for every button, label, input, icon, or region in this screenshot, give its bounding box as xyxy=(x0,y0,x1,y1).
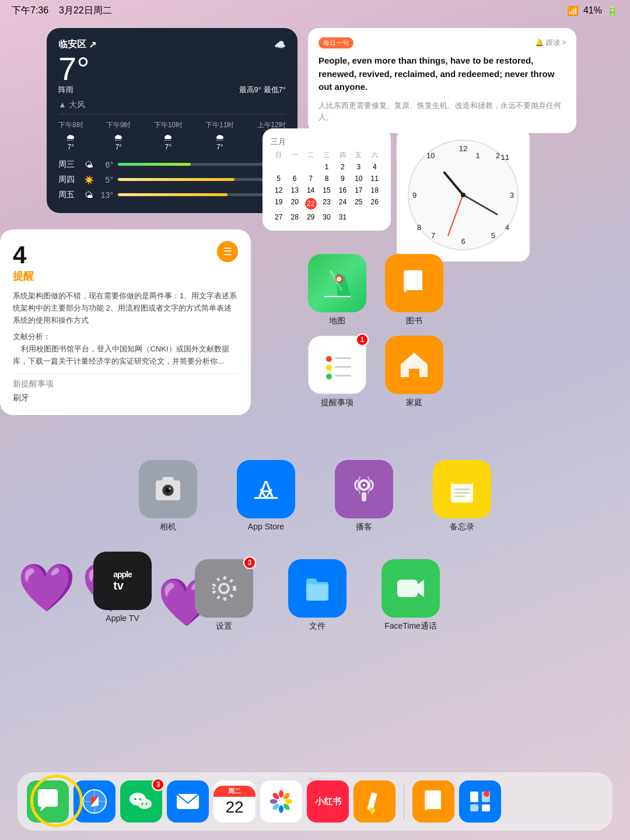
daily-wed: 周三 🌤 6° 16° xyxy=(58,157,286,172)
home-app[interactable]: 家庭 xyxy=(385,336,443,408)
dock-wechat[interactable]: 3 xyxy=(120,780,162,822)
svg-point-12 xyxy=(326,356,332,362)
svg-point-60 xyxy=(270,799,278,804)
clock-center xyxy=(461,193,466,197)
dock-pencil[interactable] xyxy=(354,780,396,822)
clock-12: 12 xyxy=(459,144,467,153)
camera-app[interactable]: 相机 xyxy=(139,460,197,532)
reminders-widget: 4 提醒 ☰ 系统架构图做的不错，现在需要你做的是两件事：1、用文字表述系统架构… xyxy=(0,229,251,415)
files-app[interactable]: 文件 xyxy=(288,559,346,632)
row2-apps: 3 设置 文件 FaceTime通话 xyxy=(195,559,440,632)
svg-rect-67 xyxy=(427,790,441,810)
dock-photos[interactable] xyxy=(260,780,302,822)
hour-4: 下午11时🌧7° xyxy=(205,120,234,151)
svg-rect-72 xyxy=(482,804,490,811)
facetime-app[interactable]: FaceTime通话 xyxy=(382,559,440,632)
svg-point-56 xyxy=(285,799,293,804)
wechat-badge: 3 xyxy=(152,778,164,791)
weather-location: 临安区 ↗ xyxy=(58,39,96,51)
svg-rect-32 xyxy=(454,489,470,490)
dock-messages[interactable] xyxy=(27,780,69,822)
svg-point-73 xyxy=(484,791,489,797)
svg-point-28 xyxy=(363,484,365,486)
clock-face: 12 3 6 9 2 10 1 4 8 5 7 11 xyxy=(408,140,519,250)
hour-2: 下午9时🌧7° xyxy=(106,120,131,151)
appstore-app[interactable]: A App Store xyxy=(237,460,295,532)
reminders-new: 新提醒事项 xyxy=(13,374,238,389)
heart-1: 💜 xyxy=(18,560,76,615)
battery-icon: 🔋 xyxy=(607,5,618,16)
clock-10: 10 xyxy=(426,151,435,160)
status-time-date: 下午7:36 3月22日周二 xyxy=(12,5,112,17)
svg-point-36 xyxy=(220,585,228,592)
reminders-list-icon[interactable]: ☰ xyxy=(217,241,238,262)
svg-rect-71 xyxy=(470,804,478,811)
calendar-widget: 三月 日一二三四五六 1234 567891011 12131415161718… xyxy=(262,128,391,231)
clock-8: 8 xyxy=(417,223,421,232)
dock-ibooks[interactable] xyxy=(412,780,454,822)
weather-hourly: 下午8时🌧7° 下午9时🌧7° 下午10时🌧7° 下午11时🌧7° 上午12时🌧… xyxy=(58,114,286,151)
appletv-app[interactable]: appletv Apple TV xyxy=(93,552,152,623)
podcasts-app[interactable]: 播客 xyxy=(335,460,393,532)
battery-indicator: 41% xyxy=(583,5,602,16)
second-hand xyxy=(448,195,464,236)
appletv-icon: appletv xyxy=(93,552,152,610)
dock-safari[interactable] xyxy=(74,780,116,822)
svg-rect-68 xyxy=(427,809,441,811)
quote-widget: 每日一句 🔔 跟读 > People, even more than thing… xyxy=(308,28,576,133)
svg-rect-17 xyxy=(335,375,351,377)
clock-widget: 12 3 6 9 2 10 1 4 8 5 7 11 xyxy=(397,128,530,262)
weather-wind: ▲ 大风 xyxy=(58,100,286,110)
reminders-title: 提醒 xyxy=(13,269,34,283)
dock-reading[interactable] xyxy=(459,780,501,822)
svg-rect-33 xyxy=(454,492,470,494)
quote-header: 每日一句 🔔 跟读 > xyxy=(318,37,566,48)
books-label: 图书 xyxy=(406,316,422,326)
settings-badge: 3 xyxy=(243,556,256,569)
weather-condition: 阵雨 xyxy=(58,85,74,95)
svg-rect-29 xyxy=(362,492,366,501)
calendar-header: 日一二三四五六 xyxy=(271,151,383,159)
svg-rect-38 xyxy=(397,580,418,597)
location-arrow-icon: ↗ xyxy=(89,39,96,50)
clock-4: 4 xyxy=(505,223,509,232)
svg-point-13 xyxy=(326,365,332,371)
weather-daily: 周三 🌤 6° 16° 周四 ☀️ 5° 22° 周五 🌤 13° 21° xyxy=(58,157,286,203)
svg-point-21 xyxy=(169,487,171,490)
reminders-count: 4 xyxy=(13,241,34,269)
reminders-brush: 刷牙 xyxy=(13,393,238,403)
svg-point-5 xyxy=(337,277,341,281)
dock: 3 周二 22 小红书 xyxy=(18,772,612,831)
wifi-icon: 📶 xyxy=(567,5,579,16)
daily-fri: 周五 🌤 13° 21° xyxy=(58,187,286,203)
svg-point-49 xyxy=(134,798,136,800)
svg-point-62 xyxy=(278,798,285,805)
reminder-item-2: 文献分析： 利用校图图书馆平台，登入中国知网（CNKI）或国外文献数据库，下载一… xyxy=(13,331,238,367)
weather-condition-row: 阵雨 最高9° 最低7° xyxy=(58,85,286,95)
status-right: 📶 41% 🔋 xyxy=(567,5,618,16)
weather-high-low: 最高9° 最低7° xyxy=(239,85,286,95)
svg-rect-11 xyxy=(406,290,422,292)
settings-app[interactable]: 3 设置 xyxy=(195,559,253,632)
home-label: 家庭 xyxy=(406,398,422,408)
quote-follow-btn[interactable]: 🔔 跟读 > xyxy=(535,38,566,48)
quote-chinese: 人比东西更需要修复、复原、恢复生机、改造和拯救，永远不要抛弃任何人。 xyxy=(318,100,566,124)
dock-mail[interactable] xyxy=(167,780,209,822)
dock-divider xyxy=(404,784,404,819)
reminders-app[interactable]: 1 提醒事项 xyxy=(308,336,366,408)
svg-point-51 xyxy=(141,803,144,805)
calendar-grid: 1234 567891011 12131415161718 1920222324… xyxy=(271,162,383,222)
books-app[interactable]: 图书 xyxy=(385,254,443,326)
clock-9: 9 xyxy=(412,191,416,200)
svg-point-54 xyxy=(279,790,284,798)
dock-calendar[interactable]: 周二 22 xyxy=(214,780,256,822)
clock-6: 6 xyxy=(461,237,465,246)
dock-xiaohongshu[interactable]: 小红书 xyxy=(307,780,349,822)
quote-english: People, even more than things, have to b… xyxy=(318,54,566,94)
svg-point-52 xyxy=(145,803,148,805)
svg-marker-2 xyxy=(324,270,337,297)
notes-app[interactable]: 备忘录 xyxy=(433,460,491,532)
maps-app[interactable]: 地图 xyxy=(308,254,366,326)
quote-tag: 每日一句 xyxy=(318,37,354,48)
clock-5: 5 xyxy=(491,231,495,240)
